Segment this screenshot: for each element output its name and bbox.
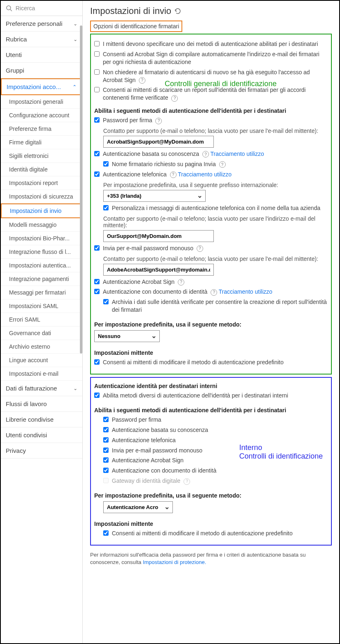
nav-sub-lingue-account[interactable]: Lingue account	[1, 354, 82, 367]
search-input-wrapper[interactable]: Ricerca	[1, 1, 82, 16]
nav-rubrica[interactable]: Rubrica ⌄	[1, 32, 82, 47]
nav-sub-configurazione-account[interactable]: Configurazione account	[1, 109, 82, 122]
chevron-up-icon: ⌃	[73, 84, 77, 90]
page-title: Impostazioni di invio	[90, 6, 332, 16]
info-icon[interactable]: ?	[155, 118, 162, 124]
link-tracking-kba[interactable]: Tracciamento utilizzo	[211, 151, 264, 157]
nav-sub-impostazioni-email[interactable]: Impostazioni e-mail	[1, 367, 82, 381]
enable-methods-heading: Abilita i seguenti metodi di autenticazi…	[94, 107, 328, 114]
internal-sender-settings: Impostazioni mittente	[94, 521, 328, 527]
nav-sub-governance-dati[interactable]: Governance dati	[1, 327, 82, 340]
info-icon[interactable]: ?	[184, 478, 190, 485]
chevron-down-icon: ⌄	[73, 21, 77, 27]
info-icon[interactable]: ?	[197, 245, 203, 252]
link-tracking-docid[interactable]: Tracciamento utilizzo	[219, 288, 272, 295]
scrollbar-thumb[interactable]	[80, 25, 82, 354]
input-contact-1[interactable]	[103, 136, 214, 148]
cb-otp[interactable]	[94, 245, 100, 251]
nav-sub-archivio-esterno[interactable]: Archivio esterno	[1, 340, 82, 354]
contact-label: Contatto per supporto (e-mail o telefono…	[103, 128, 328, 134]
nav-sub-integrazione-flusso[interactable]: Integrazione flusso di l...	[1, 245, 82, 259]
cb-int-otp[interactable]	[103, 448, 109, 453]
nav-preferenze-personali[interactable]: Preferenze personali ⌄	[1, 16, 82, 32]
nav-gruppi[interactable]: Gruppi	[1, 63, 82, 78]
link-tracking-phone[interactable]: Tracciamento utilizzo	[178, 171, 231, 178]
info-icon[interactable]: ?	[170, 171, 177, 178]
cb-kba[interactable]	[94, 151, 100, 156]
info-icon[interactable]: ?	[139, 77, 145, 84]
cb-autofill-email[interactable]	[94, 51, 100, 57]
cb-docid-archive[interactable]	[103, 299, 109, 304]
nav-privacy[interactable]: Privacy	[1, 443, 82, 459]
select-internal-default[interactable]: Autenticazione Acro	[103, 501, 173, 513]
cb-int-docid[interactable]	[103, 468, 109, 473]
section-heading: Opzioni di identificazione firmatari	[90, 21, 182, 32]
contact-label: Contatto per supporto (e-mail o telefono…	[103, 215, 328, 228]
svg-line-1	[10, 9, 12, 11]
sender-settings-heading: Impostazioni mittente	[94, 349, 328, 356]
link-protection-settings[interactable]: Impostazioni di protezione.	[143, 559, 206, 565]
nav-label: Flussi di lavoro	[6, 400, 47, 407]
nav-sub-impostazioni-report[interactable]: Impostazioni report	[1, 176, 82, 190]
footer-note: Per informazioni sull'efficacia della pa…	[90, 551, 332, 566]
cb-int-phone[interactable]	[103, 437, 109, 443]
nav-sub-identita-digitale[interactable]: Identità digitale	[1, 163, 82, 176]
chevron-down-icon: ⌄	[73, 386, 77, 391]
cb-acrobat[interactable]	[94, 279, 100, 284]
search-placeholder: Ricerca	[16, 5, 35, 11]
nav-sub-firme-digitali[interactable]: Firme digitali	[1, 136, 82, 149]
select-phone-prefix[interactable]: +353 (Irlanda)	[103, 190, 206, 202]
input-contact-2[interactable]	[103, 230, 214, 242]
nav-utenti-condivisi[interactable]: Utenti condivisi	[1, 427, 82, 443]
nav-sub-impostazioni-saml[interactable]: Impostazioni SAML	[1, 299, 82, 313]
cb-internal-sender-modify[interactable]	[103, 530, 109, 536]
cb-senders-specify[interactable]	[94, 41, 100, 46]
cb-kba-sub[interactable]	[103, 161, 109, 167]
cb-password-firma[interactable]	[94, 117, 100, 123]
cb-sender-modify[interactable]	[94, 359, 100, 365]
input-contact-3[interactable]	[103, 264, 214, 276]
nav-label: Gruppi	[6, 67, 24, 74]
nav-impostazioni-account[interactable]: Impostazioni acco... ⌃	[1, 78, 82, 95]
nav-sub-messaggi-firmatari[interactable]: Messaggi per firmatari	[1, 286, 82, 299]
nav-librerie-condivise[interactable]: Librerie condivise	[1, 412, 82, 427]
nav-label: Utenti condivisi	[6, 432, 47, 438]
cb-phone[interactable]	[94, 171, 100, 177]
cb-docid[interactable]	[94, 289, 100, 294]
cb-enable-internal[interactable]	[94, 393, 100, 398]
cb-int-pwd[interactable]	[103, 417, 109, 422]
nav-sub-preferenze-firma[interactable]: Preferenze firma	[1, 122, 82, 136]
nav-sub-impostazioni-generali[interactable]: Impostazioni generali	[1, 95, 82, 109]
annotation-green: Controlli generali di identificazione	[165, 80, 277, 88]
internal-default-label: Per impostazione predefinita, usa il seg…	[94, 492, 328, 499]
nav-sub-modelli-messaggio[interactable]: Modelli messaggio	[1, 218, 82, 232]
cb-download-report[interactable]	[94, 87, 100, 92]
cb-int-acrobat[interactable]	[103, 457, 109, 463]
nav-flussi-lavoro[interactable]: Flussi di lavoro	[1, 396, 82, 412]
select-default-method[interactable]: Nessuno	[94, 330, 160, 342]
nav-sub-errori-saml[interactable]: Errori SAML	[1, 313, 82, 327]
nav-sub-impostazioni-sicurezza[interactable]: Impostazioni di sicurezza	[1, 190, 82, 203]
sidebar: Ricerca Preferenze personali ⌄ Rubrica ⌄…	[1, 1, 83, 643]
nav-label: Dati di fatturazione	[6, 385, 57, 392]
nav-sub-impostazioni-biopharma[interactable]: Impostazioni Bio-Phar...	[1, 232, 82, 245]
nav-utenti[interactable]: Utenti	[1, 47, 82, 63]
info-icon[interactable]: ?	[211, 289, 217, 296]
cb-phone-personalize[interactable]	[103, 205, 109, 210]
cb-int-kba[interactable]	[103, 427, 109, 432]
info-icon[interactable]: ?	[178, 279, 184, 285]
nav-sub-impostazioni-autentica[interactable]: Impostazioni autentica...	[1, 259, 82, 272]
info-icon[interactable]: ?	[202, 151, 209, 158]
info-icon[interactable]: ?	[219, 161, 226, 168]
nav-dati-fatturazione[interactable]: Dati di fatturazione ⌄	[1, 381, 82, 396]
refresh-icon[interactable]	[175, 8, 181, 14]
nav-label: Impostazioni acco...	[7, 83, 61, 90]
svg-point-0	[7, 6, 11, 10]
nav-sub-sigilli-elettronici[interactable]: Sigilli elettronici	[1, 149, 82, 163]
info-icon[interactable]: ?	[171, 95, 178, 102]
cb-int-gateway	[103, 478, 109, 483]
cb-no-reauth[interactable]	[94, 69, 100, 75]
nav-sub-impostazioni-invio[interactable]: Impostazioni di invio	[1, 203, 82, 218]
annotation-blue: Interno Controlli di identificazione	[239, 443, 323, 461]
nav-sub-integrazione-pagamenti[interactable]: Integrazione pagamenti	[1, 272, 82, 286]
